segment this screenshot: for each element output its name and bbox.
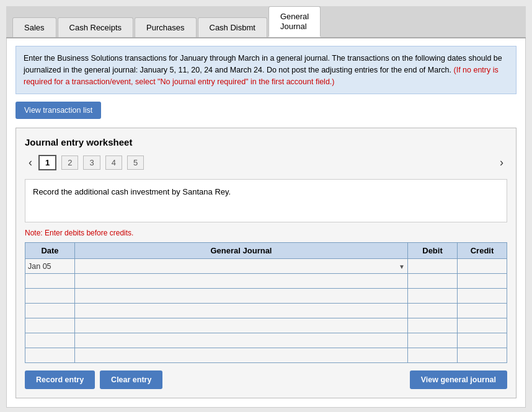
row-4-credit-cell (458, 318, 507, 333)
page-2[interactable]: 2 (61, 156, 78, 170)
tabs-bar: Sales Cash Receipts Purchases Cash Disbm… (6, 6, 526, 38)
button-row: Record entry Clear entry View general jo… (25, 370, 507, 389)
row-3-credit-cell (458, 304, 507, 318)
row-3-gj-cell (75, 304, 408, 318)
row-3-debit-cell (408, 304, 458, 318)
col-credit: Credit (458, 243, 507, 259)
row-1-credit-cell (458, 274, 507, 289)
row-0-gj-input[interactable] (75, 261, 407, 272)
view-transaction-button[interactable]: View transaction list (16, 102, 101, 119)
table-row (25, 289, 507, 304)
row-6-gj-cell (75, 348, 408, 363)
description-box: Record the additional cash investment by… (25, 179, 507, 222)
row-4-debit-input[interactable] (408, 320, 457, 331)
page-4[interactable]: 4 (105, 156, 122, 170)
description-text: Record the additional cash investment by… (33, 187, 231, 196)
row-6-date (25, 348, 75, 363)
row-1-credit-input[interactable] (458, 276, 507, 287)
prev-arrow[interactable]: ‹ (25, 155, 36, 170)
row-6-debit-input[interactable] (408, 350, 457, 361)
row-1-debit-input[interactable] (408, 276, 457, 287)
row-2-date (25, 289, 75, 304)
journal-table: Date General Journal Debit Credit Jan 05… (25, 242, 507, 363)
row-6-credit-input[interactable] (458, 350, 507, 361)
tab-purchases[interactable]: Purchases (135, 17, 196, 37)
row-3-date (25, 304, 75, 318)
page-1[interactable]: 1 (38, 155, 56, 170)
col-gj: General Journal (75, 243, 408, 259)
table-row (25, 348, 507, 363)
tab-cash-receipts[interactable]: Cash Receipts (58, 17, 134, 37)
next-arrow[interactable]: › (496, 155, 507, 170)
row-2-gj-input[interactable] (75, 291, 407, 302)
row-0-date: Jan 05 (25, 259, 75, 274)
row-3-debit-input[interactable] (408, 305, 457, 317)
note-text: Note: Enter debits before credits. (25, 229, 507, 237)
table-row (25, 318, 507, 333)
worksheet-title: Journal entry worksheet (25, 137, 507, 147)
tab-general-journal[interactable]: GeneralJournal (268, 6, 321, 37)
col-date: Date (25, 243, 75, 259)
instructions-main: Enter the Business Solutions transaction… (24, 54, 502, 74)
row-5-gj-cell (75, 333, 408, 348)
row-3-gj-input[interactable] (75, 305, 407, 317)
instructions-box: Enter the Business Solutions transaction… (16, 46, 516, 94)
view-general-journal-button[interactable]: View general journal (410, 370, 507, 389)
row-3-credit-input[interactable] (458, 305, 507, 317)
row-4-credit-input[interactable] (458, 320, 507, 331)
main-content: Enter the Business Solutions transaction… (6, 38, 526, 408)
table-row (25, 304, 507, 318)
row-6-credit-cell (458, 348, 507, 363)
row-1-gj-input[interactable] (75, 276, 407, 287)
row-0-debit-input[interactable] (408, 261, 457, 272)
row-1-date (25, 274, 75, 289)
row-0-credit-cell (458, 259, 507, 274)
tab-sales[interactable]: Sales (12, 17, 56, 37)
row-2-gj-cell (75, 289, 408, 304)
row-5-debit-input[interactable] (408, 335, 457, 346)
row-0-credit-input[interactable] (458, 261, 507, 272)
row-1-gj-cell (75, 274, 408, 289)
row-5-gj-input[interactable] (75, 335, 407, 346)
row-4-gj-cell (75, 318, 408, 333)
table-row: Jan 05 ▼ (25, 259, 507, 274)
row-2-debit-input[interactable] (408, 291, 457, 302)
row-6-gj-input[interactable] (75, 350, 407, 361)
table-row (25, 274, 507, 289)
row-6-debit-cell (408, 348, 458, 363)
row-5-date (25, 333, 75, 348)
row-5-credit-cell (458, 333, 507, 348)
table-row (25, 333, 507, 348)
clear-entry-button[interactable]: Clear entry (100, 370, 162, 389)
row-1-debit-cell (408, 274, 458, 289)
row-2-debit-cell (408, 289, 458, 304)
row-4-gj-input[interactable] (75, 320, 407, 331)
row-0-debit-cell (408, 259, 458, 274)
row-4-date (25, 318, 75, 333)
row-2-credit-cell (458, 289, 507, 304)
tab-cash-disbmt[interactable]: Cash Disbmt (198, 17, 267, 37)
record-entry-button[interactable]: Record entry (25, 370, 95, 389)
page-3[interactable]: 3 (83, 156, 100, 170)
worksheet-box: Journal entry worksheet ‹ 1 2 3 4 5 › Re… (16, 128, 516, 398)
row-5-credit-input[interactable] (458, 335, 507, 346)
col-debit: Debit (408, 243, 458, 259)
row-2-credit-input[interactable] (458, 291, 507, 302)
pagination: ‹ 1 2 3 4 5 › (25, 155, 507, 170)
row-5-debit-cell (408, 333, 458, 348)
row-4-debit-cell (408, 318, 458, 333)
page-5[interactable]: 5 (127, 156, 144, 170)
row-0-gj-cell: ▼ (75, 259, 408, 274)
